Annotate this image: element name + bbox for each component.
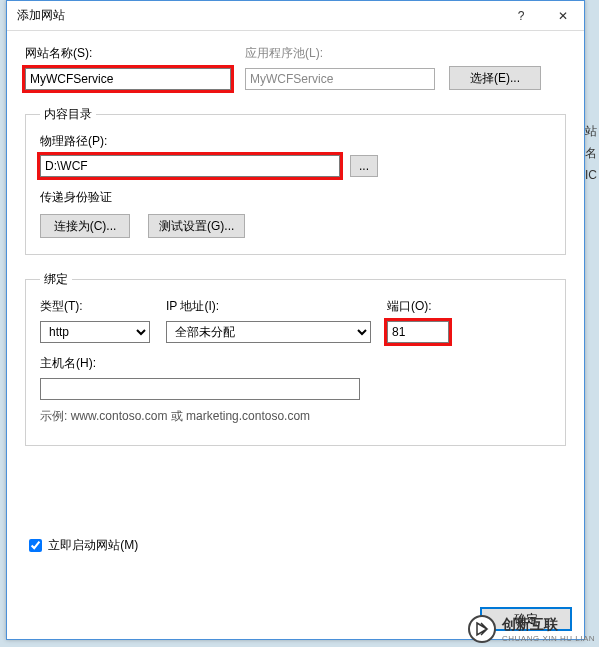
binding-group: 绑定 类型(T): http IP 地址(I): 全部未分配 端口(O): [25, 271, 566, 446]
host-label: 主机名(H): [40, 355, 360, 372]
watermark: 创新互联 CHUANG XIN HU LIAN [468, 615, 595, 643]
browse-path-button[interactable]: ... [350, 155, 378, 177]
app-pool-input [245, 68, 435, 90]
auth-label: 传递身份验证 [40, 189, 551, 206]
ip-select[interactable]: 全部未分配 [166, 321, 371, 343]
add-website-dialog: 添加网站 ? ✕ 网站名称(S): 应用程序池(L): 选择(E)... 内容目… [6, 0, 585, 640]
app-pool-label: 应用程序池(L): [245, 45, 435, 62]
binding-legend: 绑定 [40, 271, 72, 288]
port-input[interactable] [387, 321, 449, 343]
dialog-content: 网站名称(S): 应用程序池(L): 选择(E)... 内容目录 物理路径(P)… [7, 31, 584, 565]
help-icon: ? [518, 9, 525, 23]
bg-hint: 名 [585, 142, 597, 164]
content-directory-legend: 内容目录 [40, 106, 96, 123]
close-button[interactable]: ✕ [542, 1, 584, 30]
bg-hint: 站 [585, 120, 597, 142]
titlebar: 添加网站 ? ✕ [7, 1, 584, 31]
watermark-brand: 创新互联 [502, 616, 595, 634]
physical-path-label: 物理路径(P): [40, 133, 551, 150]
test-settings-button[interactable]: 测试设置(G)... [148, 214, 245, 238]
ip-label: IP 地址(I): [166, 298, 371, 315]
port-label: 端口(O): [387, 298, 449, 315]
physical-path-input[interactable] [40, 155, 340, 177]
site-name-input[interactable] [25, 68, 231, 90]
start-site-text: 立即启动网站(M) [48, 538, 138, 552]
dialog-title: 添加网站 [17, 7, 500, 24]
connect-as-button[interactable]: 连接为(C)... [40, 214, 130, 238]
watermark-logo-icon [468, 615, 496, 643]
content-directory-group: 内容目录 物理路径(P): ... 传递身份验证 连接为(C)... 测试设置(… [25, 106, 566, 255]
host-example: 示例: www.contoso.com 或 marketing.contoso.… [40, 408, 551, 425]
type-select[interactable]: http [40, 321, 150, 343]
start-site-checkbox-label[interactable]: 立即启动网站(M) [25, 538, 138, 552]
host-input[interactable] [40, 378, 360, 400]
bg-hint: IC [585, 164, 597, 186]
background-hints: 站 名 IC [585, 120, 597, 186]
close-icon: ✕ [558, 9, 568, 23]
watermark-sub: CHUANG XIN HU LIAN [502, 634, 595, 643]
select-pool-button[interactable]: 选择(E)... [449, 66, 541, 90]
site-name-label: 网站名称(S): [25, 45, 231, 62]
type-label: 类型(T): [40, 298, 150, 315]
help-button[interactable]: ? [500, 1, 542, 30]
start-site-checkbox[interactable] [29, 539, 42, 552]
